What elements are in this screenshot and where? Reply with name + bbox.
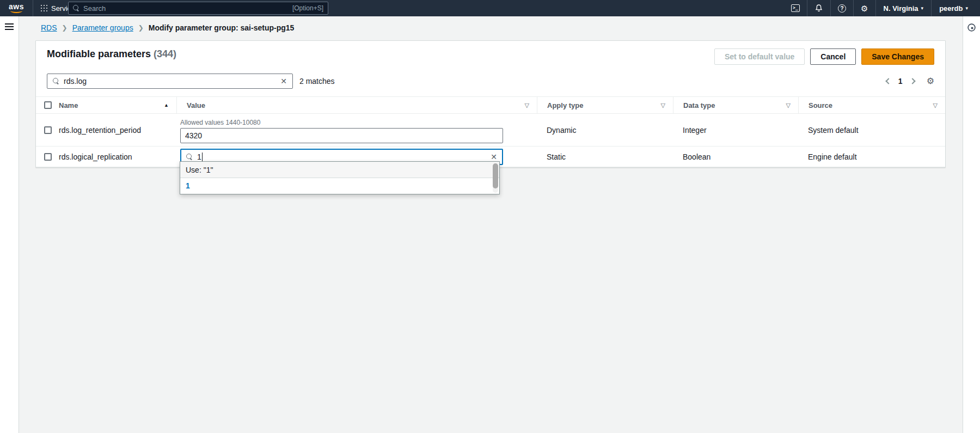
clear-combobox-icon[interactable]: ✕ [491, 153, 497, 161]
table-header-row: Name ▲ Value ▽ Apply type ▽ Data type ▽ … [36, 96, 945, 114]
current-page-number[interactable]: 1 [898, 77, 903, 86]
search-shortcut-hint: [Option+S] [292, 4, 323, 12]
parameter-name: rds.logical_replication [58, 153, 176, 161]
column-header-source[interactable]: Source ▽ [798, 97, 945, 113]
row-select-cell [36, 126, 58, 134]
left-sidebar-rail [0, 16, 19, 433]
text-cursor [202, 153, 203, 161]
card-header: Modifiable parameters (344) Set to defau… [36, 41, 945, 68]
aws-logo-smile-icon [10, 10, 22, 13]
source-value: System default [798, 126, 945, 135]
page-title-text: Modifiable parameters [47, 48, 151, 59]
row-select-cell [36, 153, 58, 161]
breadcrumb-separator: ❯ [62, 24, 68, 32]
search-icon [73, 5, 79, 11]
scrollbar-thumb[interactable] [493, 163, 498, 188]
parameter-filter-box: ✕ [47, 74, 293, 89]
parameter-value-cell: Allowed values 1440-10080 [176, 117, 537, 143]
select-all-cell [36, 97, 58, 113]
gear-icon: ⚙ [861, 4, 868, 13]
preferences-gear-icon[interactable]: ⚙ [927, 77, 934, 86]
breadcrumb-parameter-groups-link[interactable]: Parameter groups [72, 23, 133, 32]
source-value: Engine default [798, 153, 945, 161]
cancel-button[interactable]: Cancel [810, 48, 856, 65]
pagination: 1 ⚙ [886, 77, 934, 86]
data-type-value: Boolean [673, 153, 798, 161]
filter-icon[interactable]: ▽ [525, 102, 529, 109]
breadcrumb-rds-link[interactable]: RDS [41, 23, 57, 32]
row-checkbox[interactable] [44, 126, 52, 134]
match-count: 2 matches [299, 77, 335, 86]
column-header-value[interactable]: Value ▽ [176, 97, 537, 113]
aws-console-page: aws Services [Option+S] >_ ? ⚙ [0, 0, 980, 433]
row-checkbox[interactable] [44, 153, 52, 161]
parameter-filter-input[interactable] [64, 77, 280, 86]
global-search-box[interactable]: [Option+S] [68, 2, 328, 15]
select-all-checkbox[interactable] [44, 101, 52, 109]
column-label: Data type [683, 101, 715, 109]
sort-ascending-icon: ▲ [164, 102, 169, 108]
clock-panel-icon [967, 23, 976, 32]
column-label: Source [808, 101, 832, 109]
region-selector[interactable]: N. Virginia ▾ [876, 4, 932, 13]
help-button[interactable]: ? [831, 0, 853, 16]
header-actions: Set to default value Cancel Save Changes [714, 48, 934, 65]
global-search-input[interactable] [83, 4, 292, 13]
parameter-count: (344) [154, 48, 176, 59]
modifiable-parameters-card: Modifiable parameters (344) Set to defau… [35, 40, 946, 168]
sidebar-toggle-button[interactable] [5, 23, 14, 30]
breadcrumb-current-page: Modify parameter group: sai-setup-pg15 [149, 23, 295, 32]
dropdown-option-1[interactable]: 1 [180, 178, 499, 194]
aws-logo[interactable]: aws [9, 3, 24, 13]
breadcrumb-separator: ❯ [138, 24, 144, 32]
chevron-down-icon: ▾ [965, 5, 968, 11]
data-type-value: Integer [673, 126, 798, 135]
account-label: peerdb [939, 4, 963, 13]
allowed-values-hint: Allowed values 1440-10080 [180, 119, 503, 126]
retention-period-value-input[interactable] [180, 128, 503, 143]
nav-right-cluster: >_ ? ⚙ N. Virginia ▾ peerdb ▾ [784, 0, 976, 16]
top-nav-bar: aws Services [Option+S] >_ ? ⚙ [0, 0, 980, 16]
page-title: Modifiable parameters (344) [47, 48, 176, 60]
cloudshell-button[interactable]: >_ [784, 0, 807, 16]
parameters-table: Name ▲ Value ▽ Apply type ▽ Data type ▽ … [36, 96, 945, 167]
search-icon [186, 154, 193, 160]
previous-page-button[interactable] [885, 78, 891, 84]
chevron-down-icon: ▾ [921, 5, 924, 11]
right-panel-rail [963, 16, 980, 433]
value-suggestions-dropdown: Use: "1" 1 [180, 161, 500, 194]
search-icon [53, 78, 59, 84]
combobox-typed-value: 1 [197, 153, 201, 161]
dropdown-use-entry[interactable]: Use: "1" [180, 162, 499, 178]
notifications-button[interactable] [807, 0, 830, 16]
cloudshell-icon: >_ [791, 4, 800, 12]
filter-icon[interactable]: ▽ [786, 102, 791, 109]
table-row-log-retention-period: rds.log_retention_period Allowed values … [36, 114, 945, 147]
help-icon: ? [838, 4, 846, 13]
account-menu[interactable]: peerdb ▾ [932, 4, 976, 13]
next-page-button[interactable] [909, 78, 915, 84]
region-label: N. Virginia [884, 4, 918, 13]
apply-type-value: Dynamic [537, 126, 673, 135]
column-label: Apply type [547, 101, 583, 109]
apply-type-value: Static [537, 153, 673, 161]
bell-icon [814, 4, 823, 13]
column-header-data-type[interactable]: Data type ▽ [673, 97, 798, 113]
clear-filter-icon[interactable]: ✕ [280, 77, 287, 85]
save-changes-button[interactable]: Save Changes [861, 48, 934, 65]
dropdown-scrollbar [493, 163, 498, 193]
filter-row: ✕ 2 matches 1 ⚙ [36, 68, 945, 90]
column-header-apply-type[interactable]: Apply type ▽ [537, 97, 673, 113]
filter-icon[interactable]: ▽ [661, 102, 665, 109]
aws-logo-text: aws [9, 3, 24, 10]
filter-icon[interactable]: ▽ [933, 102, 938, 109]
set-to-default-button[interactable]: Set to default value [714, 48, 805, 65]
column-header-name[interactable]: Name ▲ [58, 97, 176, 113]
breadcrumb: RDS ❯ Parameter groups ❯ Modify paramete… [41, 23, 294, 32]
parameter-name: rds.log_retention_period [58, 126, 176, 135]
column-label: Name [59, 101, 78, 109]
services-grid-icon [41, 5, 47, 11]
notifications-panel-button[interactable] [967, 23, 976, 32]
column-label: Value [187, 101, 205, 109]
settings-button[interactable]: ⚙ [854, 0, 875, 16]
